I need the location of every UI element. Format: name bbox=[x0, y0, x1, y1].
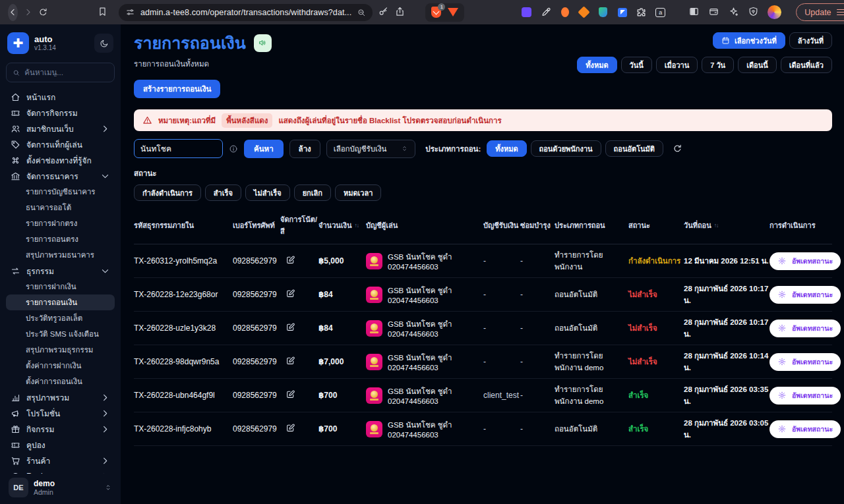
brave-logo-icon[interactable] bbox=[448, 8, 458, 16]
bookmark-button[interactable] bbox=[97, 6, 108, 19]
sidebar-item[interactable]: คูปอง bbox=[6, 437, 115, 453]
sidebar-item[interactable]: สรุปภาพรวม bbox=[6, 389, 115, 405]
update-status-button[interactable]: อัพเดทสถานะ bbox=[769, 320, 841, 337]
saved-passwords-button[interactable] bbox=[378, 6, 389, 19]
sidebar-item[interactable]: จัดการธนาคาร bbox=[6, 168, 115, 184]
column-header[interactable]: บัญชีรับเงิน bbox=[483, 219, 520, 231]
wallet-button[interactable] bbox=[708, 6, 719, 19]
browser-reload-button[interactable] bbox=[38, 4, 48, 21]
update-status-button[interactable]: อัพเดทสถานะ bbox=[769, 252, 841, 270]
sidebar-item[interactable]: ประวัติทรูวอลเล็ต bbox=[6, 310, 115, 326]
user-menu[interactable]: DE demo Admin bbox=[6, 474, 115, 499]
screenshot-tool-icon[interactable]: a bbox=[655, 7, 666, 18]
update-status-button[interactable]: อัพเดทสถานะ bbox=[769, 420, 841, 438]
column-header[interactable]: สถานะ bbox=[628, 219, 684, 231]
zoom-out-icon[interactable] bbox=[357, 8, 366, 17]
filter-button[interactable]: ถอนด้วยพนักงาน bbox=[531, 140, 601, 157]
filter-button[interactable]: หมดเวลา bbox=[335, 184, 382, 201]
metamask-icon[interactable] bbox=[578, 7, 589, 18]
sidebar-item[interactable]: จัดการแท็กผู้เล่น bbox=[6, 136, 115, 152]
note-color-button[interactable] bbox=[280, 356, 318, 368]
sidebar-item[interactable]: ธุรกรรม bbox=[6, 263, 115, 279]
sidebar-item[interactable]: ตั้งค่าการฝากเงิน bbox=[6, 358, 115, 374]
refresh-button[interactable] bbox=[669, 140, 686, 157]
filter-button[interactable]: เมื่อวาน bbox=[656, 57, 698, 73]
filter-button[interactable]: 7 วัน bbox=[702, 57, 734, 73]
profile-avatar[interactable] bbox=[768, 5, 781, 19]
update-status-button[interactable]: อัพเดทสถานะ bbox=[769, 353, 841, 371]
sidebar-item[interactable]: ร้านค้า bbox=[6, 453, 115, 468]
sidebar-item[interactable]: ประวัติ SMS แจ้งเตือน bbox=[6, 326, 115, 342]
note-color-button[interactable] bbox=[280, 389, 318, 401]
leo-ai-button[interactable] bbox=[728, 6, 739, 19]
sidebar-item[interactable]: จัดการกิจกรรม bbox=[6, 105, 115, 121]
site-settings-icon[interactable] bbox=[125, 7, 135, 17]
sidebar-item[interactable]: รายการบัญชีธนาคาร bbox=[6, 184, 115, 200]
sidebar-item[interactable]: สรุปภาพรวมธุรกรรม bbox=[6, 342, 115, 358]
update-status-button[interactable]: อัพเดทสถานะ bbox=[769, 286, 841, 304]
date-range-button[interactable]: เลือกช่วงวันที่ bbox=[713, 32, 785, 49]
sidebar-item[interactable]: ตั้งค่าการถอนเงิน bbox=[6, 374, 115, 389]
receiving-account-select[interactable]: เลือกบัญชีรับเงิน bbox=[326, 140, 416, 158]
browser-update-button[interactable]: Update bbox=[796, 3, 844, 21]
filter-button[interactable]: เดือนที่แล้ว bbox=[781, 57, 832, 73]
clear-button[interactable]: ล้าง bbox=[289, 140, 320, 158]
password-manager-icon[interactable] bbox=[521, 7, 532, 18]
address-bar[interactable]: admin.a-tee8.com/operator/transactions/w… bbox=[119, 4, 373, 21]
puzzle-extension-icon[interactable] bbox=[636, 7, 647, 18]
column-header[interactable]: เบอร์โทรศัพท์ bbox=[233, 219, 280, 231]
filter-button[interactable]: ทั้งหมด bbox=[577, 57, 617, 73]
filter-button[interactable]: ยกเลิก bbox=[294, 184, 331, 201]
column-header[interactable]: วันที่ถอน ↑↓ bbox=[684, 219, 769, 231]
filter-button[interactable]: ทั้งหมด bbox=[487, 140, 526, 157]
sidebar-item[interactable]: หน้าแรก bbox=[6, 89, 115, 105]
sidebar-panel-button[interactable] bbox=[688, 6, 700, 19]
filter-button[interactable]: สำเร็จ bbox=[205, 184, 241, 201]
column-header[interactable]: บัญชีผู้เล่น bbox=[366, 219, 483, 231]
sidebar-item[interactable]: ตั้งค่าช่องทางที่รู้จัก bbox=[6, 152, 115, 168]
column-header[interactable]: จัดการโน้ต/สี bbox=[280, 213, 318, 237]
eyedropper-icon[interactable] bbox=[540, 7, 551, 18]
search-button[interactable]: ค้นหา bbox=[244, 140, 284, 158]
note-color-button[interactable] bbox=[280, 423, 318, 435]
column-header[interactable]: รหัสธุรกรรมภายใน bbox=[134, 219, 233, 231]
proton-icon[interactable] bbox=[559, 7, 570, 18]
update-status-button[interactable]: อัพเดทสถานะ bbox=[769, 387, 841, 405]
url-text[interactable]: admin.a-tee8.com/operator/transactions/w… bbox=[140, 8, 351, 17]
menu-search-input[interactable] bbox=[24, 69, 108, 76]
sidebar-item[interactable]: Rank bbox=[6, 468, 115, 474]
privacy-shield-icon[interactable] bbox=[597, 7, 609, 18]
note-color-button[interactable] bbox=[280, 289, 318, 300]
sidebar-item[interactable]: สมาชิกบนเว็บ bbox=[6, 121, 115, 136]
filter-button[interactable]: ถอนอัตโนมัติ bbox=[605, 140, 663, 157]
filter-button[interactable]: เดือนนี้ bbox=[738, 57, 777, 73]
column-header[interactable]: ซ่อมบำรุง bbox=[520, 219, 555, 231]
sound-toggle-button[interactable] bbox=[254, 34, 272, 52]
search-input[interactable] bbox=[134, 139, 223, 158]
brave-shield-icon[interactable]: 1 bbox=[431, 7, 441, 18]
sidebar-item[interactable]: รายการฝากเงิน bbox=[6, 279, 115, 294]
filter-button[interactable]: กำลังดำเนินการ bbox=[134, 184, 201, 201]
column-header[interactable]: ประเภทการถอน bbox=[555, 219, 628, 231]
trust-wallet-icon[interactable] bbox=[617, 7, 628, 18]
filter-button[interactable]: ไม่สำเร็จ bbox=[245, 184, 290, 201]
clear-date-button[interactable]: ล้างวันที่ bbox=[789, 32, 832, 49]
sort-icon[interactable]: ↑↓ bbox=[355, 222, 359, 229]
note-color-button[interactable] bbox=[280, 322, 318, 334]
sidebar-item[interactable]: ธนาคารออโต้ bbox=[6, 200, 115, 215]
share-button[interactable] bbox=[394, 6, 406, 19]
sort-icon[interactable]: ↑↓ bbox=[714, 222, 719, 229]
column-header[interactable]: จำนวนเงิน ↑↓ bbox=[318, 219, 366, 231]
sidebar-item[interactable]: รายการถอนตรง bbox=[6, 231, 115, 247]
filter-button[interactable]: วันนี้ bbox=[621, 57, 652, 73]
note-color-button[interactable] bbox=[280, 255, 318, 267]
sidebar-item[interactable]: โปรโมชั่น bbox=[6, 405, 115, 421]
sidebar-item[interactable]: รายการฝากตรง bbox=[6, 215, 115, 231]
browser-back-button[interactable] bbox=[8, 4, 18, 21]
browser-forward-button[interactable] bbox=[23, 4, 33, 21]
sidebar-item[interactable]: รายการถอนเงิน bbox=[6, 294, 115, 310]
create-withdrawal-button[interactable]: สร้างรายการถอนเงิน bbox=[134, 80, 220, 98]
theme-toggle-button[interactable] bbox=[94, 34, 113, 53]
sidebar-item[interactable]: สรุปภาพรวมธนาคาร bbox=[6, 247, 115, 263]
vpn-button[interactable] bbox=[748, 6, 759, 19]
